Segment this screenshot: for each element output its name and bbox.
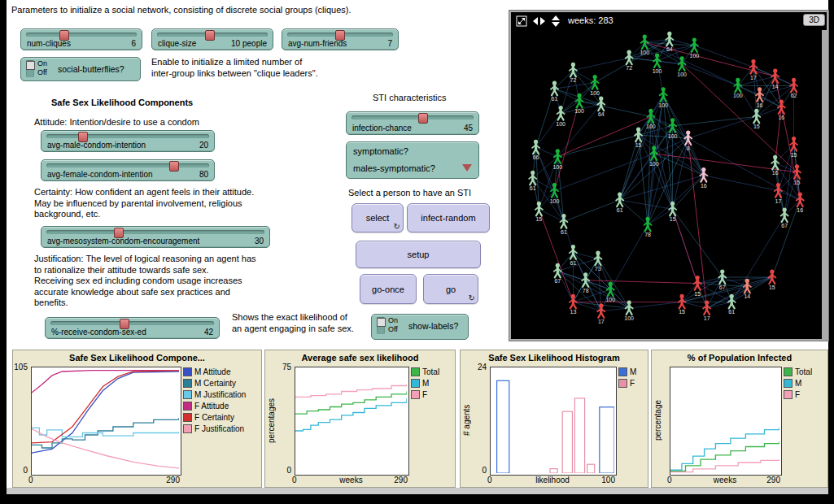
switch-knob[interactable] bbox=[26, 61, 35, 70]
go-button[interactable]: go ↻ bbox=[423, 274, 478, 304]
legend-swatch bbox=[183, 424, 192, 433]
plot-canvas bbox=[670, 367, 779, 473]
agent-label: 100 bbox=[649, 161, 659, 167]
network-link bbox=[610, 224, 648, 289]
person-agent[interactable]: 100 bbox=[690, 37, 700, 59]
person-agent[interactable]: 73 bbox=[594, 251, 601, 272]
agent-label: 100 bbox=[550, 198, 560, 204]
plot-line bbox=[295, 392, 407, 415]
person-agent[interactable]: 15 bbox=[679, 294, 686, 315]
legend-swatch bbox=[183, 390, 192, 399]
x-axis-label: likelihood bbox=[520, 476, 585, 484]
slider-avg-male-condom-intention[interactable]: avg-male-condom-intention 20 bbox=[41, 130, 215, 152]
plot-line bbox=[670, 441, 779, 471]
agent-label: 66 bbox=[533, 154, 539, 160]
agent-label: 8 bbox=[687, 146, 690, 151]
network-link bbox=[682, 286, 747, 302]
person-agent[interactable]: 100 bbox=[605, 282, 615, 303]
slider-knob[interactable] bbox=[205, 30, 215, 41]
legend-label: M Certainty bbox=[194, 379, 236, 388]
switch-onoff-labels: On Off bbox=[37, 59, 47, 77]
y-max-label: 105 bbox=[13, 363, 28, 371]
switch-show-labels[interactable]: On Off show-labels? bbox=[371, 314, 469, 340]
slider-track bbox=[46, 134, 209, 138]
legend-swatch bbox=[618, 379, 627, 388]
person-agent[interactable]: 67 bbox=[718, 269, 726, 290]
person-agent[interactable]: 100 bbox=[646, 109, 656, 130]
switch-toggle[interactable] bbox=[377, 317, 385, 334]
person-agent[interactable]: 78 bbox=[644, 217, 652, 238]
network-link bbox=[564, 200, 620, 222]
go-once-button[interactable]: go-once bbox=[360, 274, 417, 304]
x-max-label: 290 bbox=[756, 476, 780, 484]
agent-label: 17 bbox=[598, 319, 605, 324]
person-agent[interactable]: 61 bbox=[551, 81, 558, 102]
slider-label: avg-mesosystem-condom-encouragement bbox=[47, 237, 199, 245]
person-agent[interactable]: 15 bbox=[669, 202, 676, 223]
person-agent[interactable]: 100 bbox=[550, 183, 560, 204]
network-link bbox=[573, 58, 629, 70]
slider-receive-condom-sex-ed[interactable]: %-receive-condom-sex-ed 42 bbox=[45, 317, 220, 339]
slider-knob[interactable] bbox=[418, 113, 428, 124]
slider-infection-chance[interactable]: infection-chance 45 bbox=[346, 111, 479, 135]
person-agent[interactable]: 100 bbox=[556, 106, 565, 127]
legend-label: M bbox=[422, 379, 429, 388]
person-agent[interactable]: 15 bbox=[768, 269, 775, 290]
slider-track bbox=[26, 33, 137, 37]
person-agent[interactable]: 15 bbox=[694, 276, 701, 297]
slider-avg-num-friends[interactable]: avg-num-friends 7 bbox=[282, 28, 399, 50]
slider-label: infection-chance bbox=[352, 124, 412, 133]
person-agent[interactable]: 100 bbox=[574, 93, 584, 115]
person-agent[interactable]: 100 bbox=[658, 87, 668, 108]
switch-social-butterflies[interactable]: On Off social-butterflies? bbox=[20, 57, 141, 81]
agent-label: 16 bbox=[778, 115, 784, 120]
button-label: setup bbox=[408, 250, 430, 259]
person-agent[interactable]: 64 bbox=[597, 97, 605, 118]
slider-value: 7 bbox=[387, 39, 392, 48]
person-agent[interactable]: 100 bbox=[624, 300, 634, 321]
pan-zoom-icon[interactable] bbox=[516, 15, 528, 27]
world-canvas[interactable]: 1006410010010072721006110064100661006110… bbox=[511, 30, 822, 339]
horizontal-arrows-icon[interactable] bbox=[533, 15, 545, 27]
view-3d-button[interactable]: 3D bbox=[803, 14, 825, 26]
person-agent[interactable]: 66 bbox=[532, 140, 539, 161]
person-agent[interactable]: 62 bbox=[790, 78, 797, 99]
person-agent[interactable]: 15 bbox=[535, 202, 543, 223]
slider-clique-size[interactable]: clique-size 10 people bbox=[151, 28, 273, 50]
x-min-label: 0 bbox=[292, 476, 317, 484]
person-agent[interactable]: 72 bbox=[626, 50, 633, 72]
switch-toggle[interactable] bbox=[26, 60, 34, 77]
select-note: Select a person to have an STI bbox=[348, 188, 511, 199]
person-agent[interactable]: 61 bbox=[529, 171, 536, 192]
slider-avg-female-condom-intention[interactable]: avg-female-condom-intention 80 bbox=[41, 159, 215, 181]
person-agent[interactable]: 14 bbox=[771, 68, 779, 89]
network-link bbox=[555, 89, 580, 101]
x-max-label: 100 bbox=[591, 476, 615, 484]
slider-label: avg-female-condom-intention bbox=[47, 170, 153, 179]
infect-random-button[interactable]: infect-random bbox=[407, 203, 490, 232]
legend-label: F Attitude bbox=[194, 402, 229, 411]
slider-value: 80 bbox=[199, 170, 208, 179]
network-link bbox=[772, 200, 800, 277]
slider-knob[interactable] bbox=[169, 161, 179, 172]
slider-avg-mesosystem-condom-encouragement[interactable]: avg-mesosystem-condom-encouragement 30 bbox=[41, 226, 270, 248]
slider-num-cliques[interactable]: num-cliques 6 bbox=[20, 28, 142, 50]
certainty-note: Certainty: How confident an agent feels … bbox=[34, 187, 295, 220]
chooser-symptomatic[interactable]: symptomatic? males-symptomatic? bbox=[346, 141, 479, 179]
person-agent[interactable]: 61 bbox=[560, 214, 567, 235]
network-link bbox=[620, 200, 648, 224]
agent-label: 64 bbox=[598, 111, 605, 117]
select-button[interactable]: select ↻ bbox=[352, 203, 404, 232]
person-agent[interactable]: 16 bbox=[771, 155, 779, 176]
person-agent[interactable]: 64 bbox=[666, 32, 673, 53]
x-axis-label: weeks bbox=[319, 476, 384, 484]
button-label: go-once bbox=[372, 285, 404, 294]
person-agent[interactable]: 67 bbox=[781, 207, 788, 228]
setup-button[interactable]: setup bbox=[356, 241, 481, 268]
slider-track bbox=[287, 33, 393, 37]
switch-knob[interactable] bbox=[377, 318, 386, 327]
person-agent[interactable]: 100 bbox=[640, 35, 649, 56]
vertical-arrows-icon[interactable] bbox=[550, 15, 562, 27]
person-agent[interactable]: 100 bbox=[733, 78, 743, 99]
x-axis-label: weeks bbox=[692, 476, 758, 484]
